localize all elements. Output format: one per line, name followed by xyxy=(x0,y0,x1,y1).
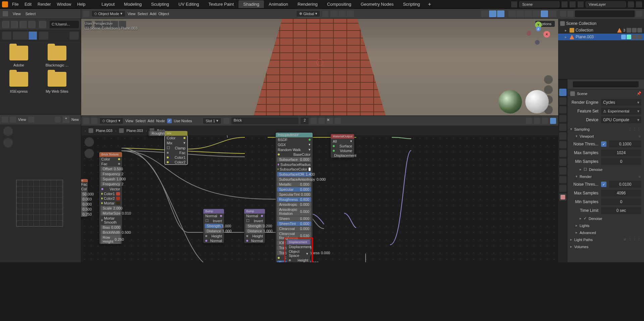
fb-view-menu[interactable]: View xyxy=(13,12,21,16)
subsurface-aniso-slider[interactable]: SubsurfaceAnisotropy0.000 xyxy=(277,177,311,182)
distance-slider[interactable]: Distance1.000 xyxy=(246,229,264,233)
vp-select-menu[interactable]: Select xyxy=(138,12,148,16)
delete-scene-button[interactable] xyxy=(570,1,576,7)
normal-socket[interactable]: Normal xyxy=(244,238,265,243)
brick-plane-object[interactable] xyxy=(253,19,387,116)
navigation-gizmo[interactable]: Y Z X xyxy=(527,21,550,45)
pan-handle[interactable] xyxy=(85,149,94,158)
lightpaths-header[interactable]: ▸Light Paths≡ ⋮⋮⋮ xyxy=(570,236,641,243)
subsurface-color-socket[interactable]: SubsurfaceColor xyxy=(276,167,313,172)
nav-back-button[interactable] xyxy=(2,21,9,28)
new-image-button[interactable]: + xyxy=(63,116,69,123)
squash-slider[interactable]: Squash1.000 xyxy=(101,177,121,181)
filter-button[interactable] xyxy=(69,32,79,40)
denoise-checkbox[interactable]: ✓ xyxy=(584,216,587,221)
speculartint-slider[interactable]: SpecularTint0.000 xyxy=(277,192,311,197)
image-browse-button[interactable] xyxy=(55,117,61,123)
editor-type-button[interactable] xyxy=(2,117,8,123)
blend-dropdown[interactable]: Mix▾ xyxy=(165,140,187,145)
exclude-toggle[interactable] xyxy=(627,28,631,33)
mesh-data-icon[interactable] xyxy=(627,35,631,39)
material-users[interactable]: 2 xyxy=(301,118,309,124)
mix-node[interactable]: Mix Color Mix▾ ☐Clamp Fac Color1 Color2 xyxy=(164,135,188,165)
anisotropic-slider[interactable]: Anisotropic0.000 xyxy=(277,202,311,207)
data-tab[interactable] xyxy=(559,176,567,183)
sampling-header[interactable]: ▾Sampling⋮⋮⋮ xyxy=(570,126,641,133)
nav-refresh-button[interactable] xyxy=(28,21,36,28)
world-tab[interactable] xyxy=(559,124,567,131)
vp-object-menu[interactable]: Object xyxy=(158,12,169,16)
axis-z[interactable]: Z xyxy=(536,27,541,31)
axis-neg-x[interactable] xyxy=(527,31,531,36)
color2-socket[interactable]: Color2 xyxy=(99,196,122,201)
value-brickwidth[interactable]: 0.500 xyxy=(81,207,87,212)
offset-slider[interactable]: Offset0.500 xyxy=(101,167,121,171)
out-normal-socket[interactable]: Normal xyxy=(203,214,224,218)
dist-dropdown[interactable]: GGX▾ xyxy=(276,142,313,147)
viewlayer-name-field[interactable]: ViewLayer xyxy=(586,1,626,7)
height-socket[interactable]: Height xyxy=(244,234,265,238)
surface-socket[interactable]: Surface xyxy=(331,144,354,148)
viewport-sampling-header[interactable]: ▾Viewport≡ xyxy=(576,133,641,140)
specular-slider[interactable]: Specular0.000 xyxy=(277,187,311,192)
ws-animation[interactable]: Animation xyxy=(264,0,293,8)
metallic-slider[interactable]: Metallic0.000 xyxy=(277,182,311,187)
scene-name-field[interactable]: Scene xyxy=(519,1,559,7)
max-samples-field[interactable]: 1024 xyxy=(601,149,641,156)
shading-material-button[interactable] xyxy=(533,10,540,17)
denoise-vp-header[interactable]: ▸☐Denoise xyxy=(580,166,641,173)
display-size-button[interactable] xyxy=(39,32,48,40)
frequency2-slider[interactable]: Frequency2 xyxy=(101,182,121,186)
shader-mode-dropdown[interactable]: ◇Object▾ xyxy=(99,118,123,124)
uv-canvas[interactable] xyxy=(0,125,81,259)
editor-type-button[interactable] xyxy=(83,11,89,17)
sss-dropdown[interactable]: Random Walk▾ xyxy=(276,147,313,152)
menu-render[interactable]: Render xyxy=(38,2,51,7)
volume-socket[interactable]: Volume xyxy=(331,148,354,153)
shading-wireframe-button[interactable] xyxy=(517,10,524,17)
search-button[interactable] xyxy=(2,32,11,40)
distance-slider[interactable]: Distance1.000 xyxy=(205,229,223,233)
hide-toggle[interactable] xyxy=(632,35,637,39)
fb-select-menu[interactable]: Select xyxy=(25,12,36,16)
physics-tab[interactable] xyxy=(559,158,567,166)
output-tab[interactable] xyxy=(559,97,567,105)
noise-threshold-field[interactable]: 0.1000 xyxy=(609,141,641,147)
ws-texturepaint[interactable]: Texture Paint xyxy=(204,0,238,8)
display-columns-button[interactable] xyxy=(21,32,29,40)
ws-uvediting[interactable]: UV Editing xyxy=(174,0,204,8)
proportional-button[interactable] xyxy=(346,10,354,17)
out-normal-socket[interactable]: Normal xyxy=(244,214,265,218)
target-dropdown[interactable]: All▾ xyxy=(331,139,354,144)
grey-preview-sphere[interactable] xyxy=(525,90,549,113)
vp-add-menu[interactable]: Add xyxy=(150,12,157,16)
sheentint-slider[interactable]: SheenTint0.000 xyxy=(277,221,311,226)
bc-object[interactable]: Plane.003 xyxy=(96,129,113,133)
node-header[interactable]: PrincipledBSDF xyxy=(276,133,313,137)
clamp-checkbox[interactable]: ☐Clamp xyxy=(165,145,187,150)
scene-crumb[interactable]: Scene xyxy=(577,92,587,96)
object-tab[interactable] xyxy=(559,132,567,140)
ws-modeling[interactable]: Modeling xyxy=(119,0,147,8)
interaction-mode-dropdown[interactable]: ◇Object Mode▾ xyxy=(91,10,125,17)
bump-node-2[interactable]: Bump Normal ☐Invert Strength0.200 Distan… xyxy=(244,209,265,243)
scene-collection-row[interactable]: Scene Collection xyxy=(558,20,644,27)
nav-up-button[interactable] xyxy=(19,21,27,28)
strength-slider[interactable]: Strength0.200 xyxy=(246,224,264,228)
add-workspace-button[interactable]: + xyxy=(428,1,431,7)
min-samples-field[interactable]: 0 xyxy=(601,198,641,205)
shader-type-object-button[interactable] xyxy=(91,118,97,124)
basecolor-socket[interactable]: BaseColor xyxy=(276,152,313,157)
uv-view-menu[interactable]: View xyxy=(18,118,26,122)
frequency-slider[interactable]: Frequency2 xyxy=(101,172,121,176)
display-thumbnails-button[interactable] xyxy=(29,32,37,40)
pivot-button[interactable] xyxy=(322,11,328,17)
noise-threshold-checkbox[interactable]: ✓ xyxy=(601,141,606,147)
axis-neg-y[interactable] xyxy=(535,40,540,45)
3d-viewport[interactable]: Options User Perspective (1) Scene Colle… xyxy=(81,19,558,116)
clearcoat-slider[interactable]: Clearcoat0.000 xyxy=(277,226,311,231)
overlay-button[interactable] xyxy=(534,118,540,124)
mode-button[interactable] xyxy=(10,117,16,123)
ws-scripting[interactable]: Scripting xyxy=(398,0,425,8)
color1-socket[interactable]: Color1 xyxy=(99,191,122,196)
